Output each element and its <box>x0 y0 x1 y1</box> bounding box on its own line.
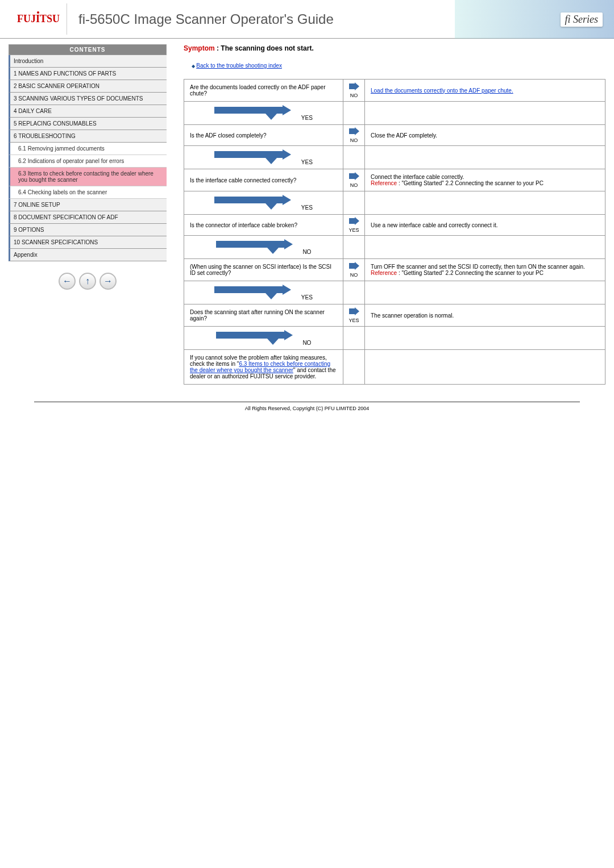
toc-sub-item[interactable]: 6.2 Indications of operator panel for er… <box>9 155 167 168</box>
toc-item[interactable]: 6 TROUBLESHOOTING <box>9 130 167 143</box>
flow-question: Is the interface cable connected correct… <box>184 169 343 191</box>
copyright: All Rights Reserved, Copyright (C) PFU L… <box>0 402 614 428</box>
down-label: YES <box>301 115 313 121</box>
flow-branch-cell: YES <box>343 215 365 236</box>
arrow-right-icon <box>349 217 359 225</box>
branch-label: NO <box>346 137 362 143</box>
empty-cell <box>365 327 605 350</box>
empty-cell <box>365 350 605 385</box>
fujitsu-logo: FUJITSU <box>10 3 67 35</box>
page-header: FUJITSU fi-5650C Image Scanner Operator'… <box>0 0 614 39</box>
empty-cell <box>343 350 365 385</box>
symptom-text: : The scanning does not start. <box>217 44 314 52</box>
symptom-heading: Symptom : The scanning does not start. <box>184 44 605 52</box>
empty-cell <box>343 102 365 125</box>
nav-up-button[interactable]: ↑ <box>79 273 96 290</box>
svg-marker-3 <box>214 149 291 164</box>
empty-cell <box>365 191 605 215</box>
series-text: fi Series <box>561 12 603 27</box>
toc-sub-item[interactable]: 6.3 Items to check before contacting the… <box>9 168 167 186</box>
back-link-row: Back to the trouble shooting index <box>192 62 605 69</box>
flow-branch-cell: NO <box>343 169 365 191</box>
toc-item[interactable]: 10 SCANNER SPECIFICATIONS <box>9 236 167 249</box>
arrow-down-icon <box>216 330 301 345</box>
flow-action: Turn OFF the scanner and set the SCSI ID… <box>365 259 605 281</box>
symptom-label: Symptom <box>184 44 215 52</box>
empty-cell <box>365 146 605 169</box>
down-label: YES <box>301 294 313 301</box>
flow-action: Use a new interface cable and correctly … <box>365 215 605 236</box>
reference-label: Reference <box>371 270 397 276</box>
flow-down-cell: YES <box>184 191 343 215</box>
action-text: Close the ADF completely. <box>371 132 437 139</box>
arrow-down-icon <box>216 239 301 254</box>
flow-branch-cell: NO <box>343 80 365 102</box>
svg-marker-4 <box>349 172 359 180</box>
flow-question: Are the documents loaded correctly on th… <box>184 80 343 102</box>
arrow-down-icon <box>214 149 300 164</box>
toc-item[interactable]: 5 REPLACING CONSUMABLES <box>9 118 167 130</box>
flow-action: Close the ADF completely. <box>365 125 605 146</box>
toc-item[interactable]: 7 ONLINE SETUP <box>9 199 167 211</box>
toc-sub-item[interactable]: 6.1 Removing jammed documents <box>9 143 167 155</box>
page-title: fi-5650C Image Scanner Operator's Guide <box>78 11 334 27</box>
toc-item[interactable]: 4 DAILY CARE <box>9 105 167 118</box>
nav-next-button[interactable]: → <box>99 273 117 290</box>
arrow-right-icon <box>349 172 359 180</box>
flow-question: Is the connector of interface cable brok… <box>184 215 343 236</box>
arrow-right-icon <box>349 307 359 315</box>
down-label: NO <box>302 249 311 255</box>
flow-down-cell: NO <box>184 236 343 259</box>
branch-label: NO <box>346 272 362 278</box>
flow-down-cell: YES <box>184 146 343 169</box>
arrow-right-icon <box>349 262 359 270</box>
flow-branch-cell: YES <box>343 304 365 327</box>
toc-sub-item[interactable]: 6.4 Checking labels on the scanner <box>9 186 167 199</box>
down-label: YES <box>301 159 313 165</box>
main-content: Symptom : The scanning does not start. B… <box>167 44 605 385</box>
svg-marker-8 <box>349 262 359 270</box>
svg-marker-5 <box>214 195 291 210</box>
action-link[interactable]: Load the documents correctly onto the AD… <box>371 87 513 94</box>
arrow-right-icon <box>349 127 359 135</box>
toc-item[interactable]: 1 NAMES AND FUNCTIONS OF PARTS <box>9 68 167 80</box>
flow-action: The scanner operation is normal. <box>365 304 605 327</box>
nav-prev-button[interactable]: ← <box>59 273 76 290</box>
troubleshoot-flow-table: Are the documents loaded correctly on th… <box>184 79 605 385</box>
flow-branch-cell: NO <box>343 125 365 146</box>
flow-down-cell: YES <box>184 281 343 304</box>
toc-item[interactable]: 2 BASIC SCANNER OPERATION <box>9 80 167 93</box>
flow-action: Connect the interface cable correctly.Re… <box>365 169 605 191</box>
reference-text: : "Getting Started" 2.2 Connecting the s… <box>397 180 544 186</box>
svg-marker-7 <box>216 239 293 254</box>
empty-cell <box>343 146 365 169</box>
svg-marker-9 <box>214 285 291 299</box>
svg-marker-1 <box>214 105 291 120</box>
branch-label: NO <box>346 93 362 98</box>
toc-item[interactable]: 3 SCANNING VARIOUS TYPES OF DOCUMENTS <box>9 93 167 105</box>
svg-marker-11 <box>216 330 293 345</box>
action-text: Connect the interface cable correctly. <box>371 174 464 180</box>
flow-question: Is the ADF closed completely? <box>184 125 343 146</box>
toc-item[interactable]: Appendix <box>9 249 167 261</box>
flow-question: (When using the scanner on SCSI interfac… <box>184 259 343 281</box>
action-text: Turn OFF the scanner and set the SCSI ID… <box>371 264 585 270</box>
contents-header: CONTENTS <box>9 44 167 55</box>
svg-marker-10 <box>349 307 359 315</box>
empty-cell <box>343 281 365 304</box>
sidebar: CONTENTS Introduction1 NAMES AND FUNCTIO… <box>9 44 167 385</box>
back-to-index-link[interactable]: Back to the trouble shooting index <box>196 62 282 69</box>
empty-cell <box>343 191 365 215</box>
toc-item[interactable]: 8 DOCUMENT SPECIFICATION OF ADF <box>9 211 167 224</box>
logo-text: FUJITSU <box>17 13 60 25</box>
flow-final: If you cannot solve the problem after ta… <box>184 350 343 385</box>
flow-down-cell: YES <box>184 102 343 125</box>
action-text: The scanner operation is normal. <box>371 312 454 319</box>
series-badge: fi Series <box>455 0 614 39</box>
toc-item[interactable]: 9 OPTIONS <box>9 224 167 236</box>
branch-label: NO <box>346 182 362 188</box>
action-text: Use a new interface cable and correctly … <box>371 222 497 228</box>
toc-item[interactable]: Introduction <box>9 55 167 68</box>
reference-text: : "Getting Started" 2.2 Connecting the s… <box>397 270 544 276</box>
empty-cell <box>343 236 365 259</box>
